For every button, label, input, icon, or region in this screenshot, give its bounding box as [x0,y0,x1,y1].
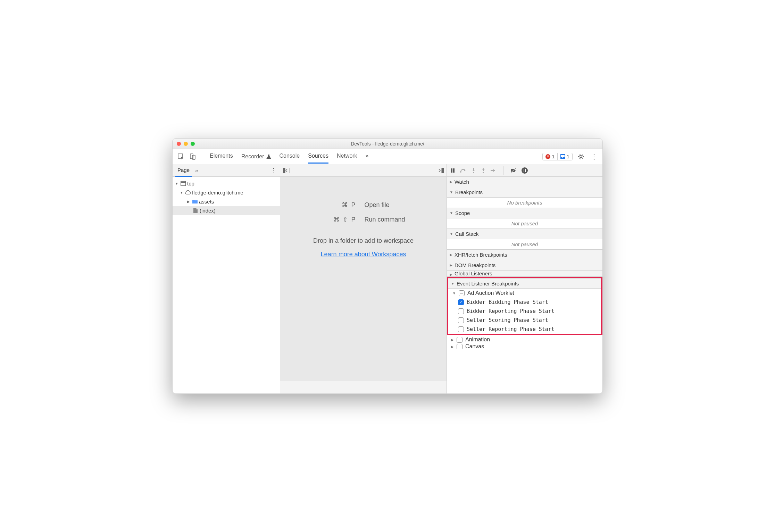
tree-origin[interactable]: fledge-demo.glitch.me [173,188,280,197]
section-watch[interactable]: ▶ Watch [447,177,602,187]
close-icon[interactable] [177,142,181,146]
shortcut-run-command-keys: ⌘ ⇧ P [280,216,356,223]
navigator-tab-page[interactable]: Page [175,164,192,177]
maximize-icon[interactable] [191,142,195,146]
deactivate-breakpoints-icon[interactable] [510,168,517,173]
navigator-tabs-overflow-icon[interactable]: » [195,167,198,173]
checkbox-unchecked[interactable] [458,326,464,332]
message-badge[interactable]: 1 [557,153,572,160]
checkbox-unchecked[interactable] [457,337,462,343]
chevron-right-icon: ▶ [450,263,452,267]
file-icon [193,208,198,213]
pause-on-exceptions-icon[interactable] [522,167,528,174]
navigator-pane: Page » ⋮ top fledge-demo.glitch [173,164,280,393]
event-bidder-reporting[interactable]: Bidder Reporting Phase Start [448,307,601,316]
window-title: DevTools - fledge-demo.glitch.me/ [173,141,602,147]
step-over-icon[interactable] [460,168,466,173]
svg-rect-4 [181,181,185,185]
shortcut-open-file-label: Open file [364,201,447,209]
chevron-right-icon: ▶ [451,345,454,349]
tab-console[interactable]: Console [280,149,300,164]
editor-footer [280,381,447,393]
step-into-icon[interactable] [471,168,476,173]
svg-point-13 [473,172,474,173]
svg-rect-10 [451,168,452,173]
error-icon: ✕ [545,154,550,159]
svg-point-3 [580,156,582,158]
main-toolbar: Elements Recorder Console Sources Networ… [173,149,602,164]
checkbox-unchecked[interactable] [458,308,464,314]
breakpoints-empty: No breakpoints [447,198,602,208]
toggle-navigator-icon[interactable] [283,168,290,173]
event-seller-reporting[interactable]: Seller Reporting Phase Start [448,325,601,334]
message-icon [560,154,565,159]
tree-top-frame[interactable]: top [173,179,280,188]
svg-rect-1 [190,154,193,159]
editor-placeholder: ⌘ P Open file ⌘ ⇧ P Run command Drop in … [280,177,447,381]
workspace-learn-more-link[interactable]: Learn more about Workspaces [321,251,406,258]
tabs-overflow-icon[interactable]: » [366,149,369,164]
section-dom-breakpoints[interactable]: ▶ DOM Breakpoints [447,260,602,271]
file-tree: top fledge-demo.glitch.me assets [173,177,280,393]
chevron-down-icon [175,182,179,185]
debugger-toolbar [447,164,602,177]
chevron-right-icon: ▶ [451,338,454,342]
navigator-tabs: Page » ⋮ [173,164,280,177]
checkbox-checked[interactable] [458,299,464,305]
editor-pane: ⌘ P Open file ⌘ ⇧ P Run command Drop in … [280,164,447,393]
settings-icon[interactable] [576,152,586,161]
folder-icon [192,199,198,204]
tab-recorder[interactable]: Recorder [241,149,271,164]
section-event-listener-breakpoints[interactable]: ▼ Event Listener Breakpoints [448,278,601,289]
chevron-right-icon [186,200,191,203]
chevron-right-icon: ▶ [450,180,452,184]
chevron-down-icon: ▼ [450,232,453,236]
devtools-window: DevTools - fledge-demo.glitch.me/ Elemen… [172,138,603,394]
chevron-down-icon: ▼ [450,211,453,215]
tab-sources[interactable]: Sources [308,149,328,164]
pause-icon[interactable] [450,168,455,173]
shortcut-open-file-keys: ⌘ P [280,201,356,209]
chevron-down-icon [180,191,184,194]
highlight-annotation: ▼ Event Listener Breakpoints ▼ Ad Auctio… [447,277,602,335]
svg-rect-9 [442,168,444,173]
section-breakpoints[interactable]: ▼ Breakpoints [447,187,602,198]
navigator-menu-icon[interactable]: ⋮ [270,167,277,174]
minimize-icon[interactable] [184,142,188,146]
frame-icon [180,181,186,186]
checkbox-unchecked[interactable] [457,344,462,349]
tab-network[interactable]: Network [337,149,357,164]
tab-elements[interactable]: Elements [210,149,233,164]
section-xhr-breakpoints[interactable]: ▶ XHR/fetch Breakpoints [447,250,602,260]
svg-rect-18 [524,169,524,172]
callstack-empty: Not paused [447,239,602,250]
tree-file-index[interactable]: (index) [173,206,280,215]
checkbox-unchecked[interactable] [458,317,464,323]
checkbox-partial[interactable] [459,290,465,296]
cloud-icon [185,190,191,195]
workspace-drop-hint: Drop in a folder to add to workspace [313,237,414,244]
error-badge[interactable]: ✕ 1 [543,153,557,160]
editor-toolbar [280,164,447,177]
step-icon[interactable] [491,168,496,173]
event-group-ad-auction[interactable]: ▼ Ad Auction Worklet [448,289,601,298]
kebab-menu-icon[interactable]: ⋮ [589,152,599,161]
event-seller-scoring[interactable]: Seller Scoring Phase Start [448,316,601,325]
inspect-icon[interactable] [176,152,186,161]
section-global-listeners[interactable]: ▶ Global Listeners [447,271,602,277]
event-group-canvas[interactable]: ▶ Canvas [447,344,602,349]
svg-rect-7 [283,168,285,173]
titlebar: DevTools - fledge-demo.glitch.me/ [173,139,602,149]
event-group-animation[interactable]: ▶ Animation [447,335,602,344]
section-call-stack[interactable]: ▼ Call Stack [447,229,602,239]
chevron-right-icon: ▶ [450,273,452,276]
step-out-icon[interactable] [481,168,486,173]
toggle-debugger-icon[interactable] [437,168,444,173]
chevron-down-icon: ▼ [450,190,453,194]
debugger-pane: ▶ Watch ▼ Breakpoints No breakpoints ▼ S… [447,164,602,393]
status-badges[interactable]: ✕ 1 1 [542,153,573,160]
device-toggle-icon[interactable] [188,152,198,161]
tree-folder-assets[interactable]: assets [173,197,280,206]
section-scope[interactable]: ▼ Scope [447,208,602,218]
event-bidder-bidding[interactable]: Bidder Bidding Phase Start [448,298,601,307]
